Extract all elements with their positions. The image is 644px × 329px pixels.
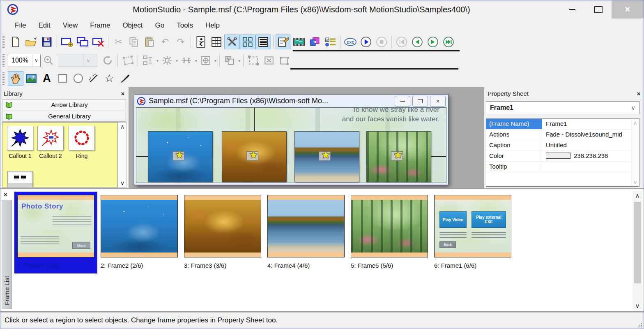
dropdown-arrow-icon[interactable]: ▾ [156,58,159,63]
rectangle-tool-button[interactable] [55,71,70,86]
zoom-tool-button[interactable] [41,53,56,68]
filmstrip-button[interactable] [291,35,307,49]
star-marker-icon[interactable]: ★ [175,149,184,161]
scroll-up-icon[interactable]: ∧ [120,123,124,131]
menu-tools[interactable]: Tools [170,20,199,31]
property-target-selector[interactable]: Frame1 ∨ [486,101,639,114]
frame-options-button[interactable] [322,35,338,49]
dropdown-arrow-icon[interactable]: ▾ [176,58,178,63]
document-restore-button[interactable] [412,96,428,107]
line-tool-button[interactable] [86,71,101,86]
property-value[interactable]: Fade - Dissolve1sound_mid [542,130,639,140]
brush-tool-button[interactable] [117,71,133,86]
thumbnail-view-button[interactable] [240,35,255,49]
zoom-combobox[interactable]: 100% ∨ [8,54,41,67]
duplicate-frame-button[interactable] [75,35,90,49]
delete-frame-button[interactable] [90,35,106,49]
scroll-up-icon[interactable]: ∧ [635,191,640,200]
make-exe-button[interactable]: EXE [343,35,358,49]
star-marker-icon[interactable]: ★ [249,149,258,161]
transition-button[interactable] [307,35,322,49]
library-group-general[interactable]: General Library [2,111,126,122]
frame-list-scrollbar[interactable]: ∧ ∨ [632,191,642,310]
toolbar-grip[interactable] [2,54,5,67]
image-tool-button[interactable] [23,71,39,86]
chevron-down-icon[interactable]: ∨ [32,54,40,67]
document-minimize-button[interactable] [395,96,410,107]
scroll-up-icon[interactable]: ∧ [633,119,637,127]
star-marker-icon[interactable]: ★ [321,149,330,161]
select-region-button[interactable] [246,53,261,68]
property-row-color[interactable]: Color 238.238.238 [486,151,639,162]
center-in-frame-button[interactable] [198,53,214,68]
table-grid-button[interactable] [209,35,224,49]
last-frame-button[interactable] [441,35,456,49]
save-button[interactable] [39,35,55,49]
property-sheet-button[interactable] [276,35,291,49]
resize-grip-icon[interactable] [637,322,643,328]
star-marker-icon[interactable]: ★ [393,149,402,161]
color-swatch[interactable] [546,153,570,159]
menu-edit[interactable]: Edit [32,20,56,31]
dropdown-arrow-icon[interactable]: ▾ [214,58,216,63]
next-frame-button[interactable] [425,35,441,49]
previous-frame-button[interactable] [409,35,425,49]
polygon-tool-button[interactable]: ☆ [101,71,117,86]
toolbar-grip[interactable] [2,36,5,48]
library-item-callout2[interactable]: Callout 2 [37,126,64,159]
crop-frame-button[interactable] [261,53,277,68]
menu-file[interactable]: File [9,20,32,31]
new-file-button[interactable] [8,35,23,49]
tools-button[interactable] [224,35,240,49]
hand-tool-button[interactable] [8,71,23,86]
property-value[interactable]: Frame1 [542,119,639,129]
minimize-button[interactable] [559,0,585,19]
document-close-button[interactable]: × [430,96,446,107]
property-value[interactable] [542,162,639,172]
frame-list-item-5[interactable]: 5: Frame5 (5/6) [348,192,431,273]
property-value[interactable]: Untitled [542,140,639,151]
paste-button[interactable] [142,35,157,49]
menu-view[interactable]: View [57,20,84,31]
library-item-ring[interactable]: Ring [68,126,95,159]
document-canvas[interactable]: To know we stray like a river and our fa… [136,107,446,183]
free-transform-button[interactable] [120,53,136,68]
scroll-down-icon[interactable]: ∨ [633,178,637,186]
menu-frame[interactable]: Frame [84,20,116,31]
frame-list-item-4[interactable]: 4: Frame4 (4/6) [264,192,347,273]
toolbar-grip[interactable] [2,72,5,85]
space-across-button[interactable] [179,53,194,68]
scroll-down-icon[interactable]: ∨ [120,179,124,187]
maximize-button[interactable] [585,0,612,19]
order-button[interactable] [222,53,237,68]
frame-list-item-6[interactable]: Play Video Play external EXE Back 6: Fra… [431,192,514,273]
property-sheet-close-button[interactable]: × [635,90,643,97]
property-row-actions[interactable]: Actions Fade - Dissolve1sound_mid [486,130,639,140]
library-item-callout1[interactable]: Callout 1 [7,126,34,159]
copy-button[interactable] [126,35,142,49]
frame-list-item-2[interactable]: 2: Frame2 (2/6) [98,192,181,273]
list-view-button[interactable] [255,35,271,49]
library-scrollbar[interactable]: ∧ ∨ [118,122,127,188]
menu-go[interactable]: Go [149,20,171,31]
space-evenly-button[interactable] [159,53,175,68]
dropdown-arrow-icon[interactable]: ▾ [238,58,240,63]
ellipse-tool-button[interactable] [70,71,86,86]
document-titlebar[interactable]: Sample.msf (C:\Program Files (x86)\Wisdo… [134,95,448,107]
menu-help[interactable]: Help [199,20,226,31]
library-group-arrow[interactable]: Arrow Library [2,99,126,110]
scrollbar-thumb[interactable] [634,202,641,283]
first-frame-button[interactable] [394,35,409,49]
rotate-button[interactable] [100,53,115,68]
undo-button[interactable]: ↶ [157,35,173,49]
dropdown-arrow-icon[interactable]: ▾ [195,58,197,63]
redo-button[interactable]: ↷ [173,35,189,49]
frame-list-close-button[interactable]: × [4,191,7,198]
cut-button[interactable]: ✂ [110,35,126,49]
property-grid-scrollbar[interactable]: ∧ ∨ [631,119,639,186]
resize-frame-button[interactable] [277,53,292,68]
text-tool-button[interactable]: A [39,71,55,86]
play-button[interactable] [358,35,374,49]
stop-button[interactable] [374,35,389,49]
property-row-tooltip[interactable]: Tooltip [486,162,639,172]
